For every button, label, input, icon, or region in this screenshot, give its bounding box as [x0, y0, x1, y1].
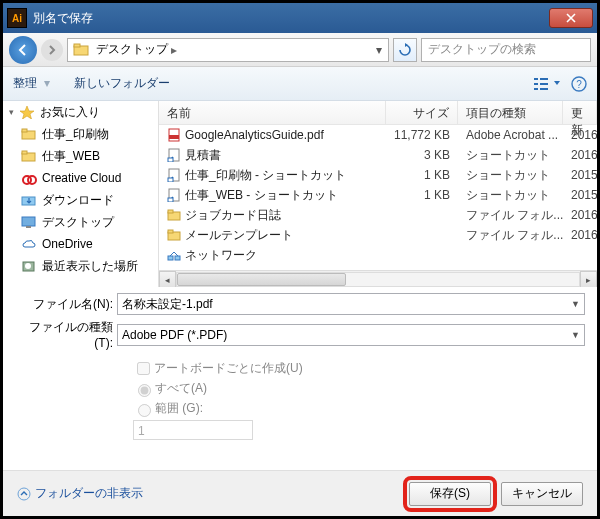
nav-bar: デスクトップ ▸ ▾ デスクトップの検索 [3, 33, 597, 67]
svg-point-20 [25, 263, 31, 269]
file-name: 仕事_印刷物 - ショートカット [185, 167, 346, 184]
scroll-thumb[interactable] [177, 273, 346, 286]
filename-input[interactable]: 名称未設定-1.pdf ▼ [117, 293, 585, 315]
sidebar-item[interactable]: 仕事_WEB [3, 145, 158, 167]
scroll-track[interactable] [176, 272, 580, 287]
svg-rect-6 [540, 83, 548, 85]
forward-button[interactable] [41, 39, 63, 61]
column-size[interactable]: サイズ [386, 101, 458, 124]
artboard-options: アートボードごとに作成(U) すべて(A) 範囲 (G): 1 [133, 358, 585, 441]
arrow-left-icon [16, 43, 30, 57]
chevron-down-icon[interactable]: ▼ [571, 299, 580, 309]
sidebar-item[interactable]: Creative Cloud [3, 167, 158, 189]
table-row[interactable]: 仕事_印刷物 - ショートカット1 KBショートカット2015 [159, 165, 597, 185]
file-type: ファイル フォル... [458, 207, 563, 224]
chevron-down-icon[interactable]: ▼ [571, 330, 580, 340]
file-type: ショートカット [458, 187, 563, 204]
folder-icon [21, 149, 37, 163]
sidebar-favorites-header[interactable]: ▾ お気に入り [3, 101, 158, 123]
file-icon [167, 208, 181, 222]
svg-rect-33 [168, 256, 173, 260]
organize-menu[interactable]: 整理 ▾ [13, 75, 50, 92]
refresh-icon [398, 43, 412, 57]
form-area: ファイル名(N): 名称未設定-1.pdf ▼ ファイルの種類(T): Adob… [3, 287, 597, 441]
hide-folders-link[interactable]: フォルダーの非表示 [17, 485, 143, 502]
svg-rect-4 [534, 88, 538, 90]
file-date: 2015 [563, 188, 597, 202]
search-input[interactable]: デスクトップの検索 [421, 38, 591, 62]
back-button[interactable] [9, 36, 37, 64]
sidebar-item[interactable]: 最近表示した場所 [3, 255, 158, 277]
sidebar-item[interactable]: 仕事_印刷物 [3, 123, 158, 145]
file-icon [167, 188, 181, 202]
range-radio [138, 404, 151, 417]
svg-rect-17 [22, 217, 35, 226]
file-date: 2016 [563, 148, 597, 162]
file-icon [167, 228, 181, 242]
sidebar-item[interactable]: ダウンロード [3, 189, 158, 211]
new-folder-button[interactable]: 新しいフォルダー [74, 75, 170, 92]
file-size: 3 KB [386, 148, 458, 162]
column-name[interactable]: 名前 [159, 101, 386, 124]
folder-icon [21, 127, 37, 141]
column-headers[interactable]: 名前 サイズ 項目の種類 更新 [159, 101, 597, 125]
all-radio [138, 384, 151, 397]
title-bar: Ai 別名で保存 [3, 3, 597, 33]
chevron-right-icon: ▸ [171, 43, 177, 57]
column-date[interactable]: 更新 [563, 101, 597, 124]
svg-rect-26 [168, 178, 173, 182]
horizontal-scrollbar[interactable]: ◂ ▸ [159, 270, 597, 287]
svg-rect-18 [26, 226, 31, 228]
svg-rect-34 [175, 256, 180, 260]
scroll-right-arrow[interactable]: ▸ [580, 271, 597, 287]
table-row[interactable]: メールテンプレートファイル フォル...2016 [159, 225, 597, 245]
svg-rect-28 [168, 198, 173, 202]
filetype-select[interactable]: Adobe PDF (*.PDF) ▼ [117, 324, 585, 346]
table-row[interactable]: 仕事_WEB - ショートカット1 KBショートカット2015 [159, 185, 597, 205]
column-type[interactable]: 項目の種類 [458, 101, 563, 124]
help-icon: ? [571, 76, 587, 92]
recent-icon [21, 259, 37, 273]
sidebar-item[interactable]: デスクトップ [3, 211, 158, 233]
view-options-button[interactable] [533, 76, 561, 92]
cancel-button[interactable]: キャンセル [501, 482, 583, 506]
table-row[interactable]: ネットワーク [159, 245, 597, 265]
scroll-left-arrow[interactable]: ◂ [159, 271, 176, 287]
file-type: ショートカット [458, 167, 563, 184]
file-icon [167, 248, 181, 262]
chevron-down-icon[interactable]: ▾ [370, 43, 388, 57]
help-button[interactable]: ? [571, 76, 587, 92]
per-artboard-checkbox [137, 362, 150, 375]
refresh-button[interactable] [393, 38, 417, 62]
table-row[interactable]: GoogleAnalyticsGuide.pdf11,772 KBAdobe A… [159, 125, 597, 145]
star-icon [19, 105, 35, 119]
svg-rect-11 [22, 129, 27, 132]
window-title: 別名で保存 [33, 10, 93, 27]
file-type: ショートカット [458, 147, 563, 164]
folder-icon [72, 42, 92, 58]
table-row[interactable]: ジョブカード日誌ファイル フォル...2016 [159, 205, 597, 225]
file-type: Adobe Acrobat ... [458, 128, 563, 142]
file-icon [167, 128, 181, 142]
range-input: 1 [133, 420, 253, 440]
downloads-icon [21, 193, 37, 207]
file-name: 見積書 [185, 147, 221, 164]
chevron-up-icon [17, 487, 31, 501]
file-type: ファイル フォル... [458, 227, 563, 244]
file-name: メールテンプレート [185, 227, 293, 244]
table-row[interactable]: 見積書3 KBショートカット2016 [159, 145, 597, 165]
breadcrumb-location: デスクトップ [96, 41, 168, 58]
toolbar: 整理 ▾ 新しいフォルダー ? [3, 67, 597, 101]
close-button[interactable] [549, 8, 593, 28]
svg-rect-7 [540, 88, 548, 90]
sidebar-item[interactable]: OneDrive [3, 233, 158, 255]
svg-rect-32 [168, 230, 173, 233]
app-icon: Ai [7, 8, 27, 28]
svg-rect-2 [534, 78, 538, 80]
onedrive-icon [21, 237, 37, 251]
svg-point-35 [18, 488, 30, 500]
save-button[interactable]: 保存(S) [409, 482, 491, 506]
arrow-right-icon [47, 45, 57, 55]
breadcrumb[interactable]: デスクトップ ▸ ▾ [67, 38, 389, 62]
file-icon [167, 148, 181, 162]
